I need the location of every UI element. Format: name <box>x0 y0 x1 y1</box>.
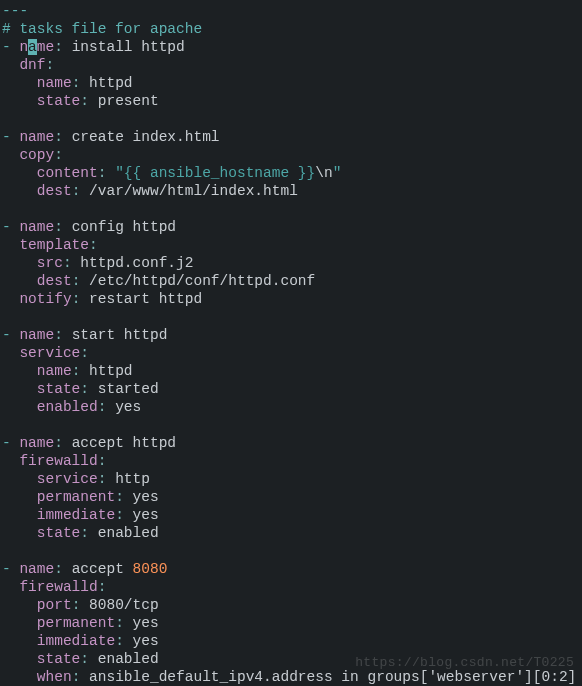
key-name: name <box>19 39 54 55</box>
key-module: firewalld <box>19 579 97 595</box>
colon: : <box>54 39 63 55</box>
task-name: create index.html <box>72 129 220 145</box>
dash-icon: - <box>2 219 11 235</box>
task-name: accept httpd <box>72 435 176 451</box>
key-module: firewalld <box>19 453 97 469</box>
key-module: copy <box>19 147 54 163</box>
key-param: immediate <box>37 633 115 649</box>
dash-icon: - <box>2 561 11 577</box>
key-param: service <box>37 471 98 487</box>
string-close: " <box>333 165 342 181</box>
key-name: name <box>19 435 54 451</box>
key-param: name <box>37 75 72 91</box>
task-name: config httpd <box>72 219 176 235</box>
task-name: accept <box>72 561 133 577</box>
escape: \n <box>315 165 332 181</box>
string-open: " <box>115 165 124 181</box>
watermark-text: https://blog.csdn.net/T0225 <box>355 654 574 672</box>
key-param: src <box>37 255 63 271</box>
key-param: immediate <box>37 507 115 523</box>
key-param: dest <box>37 273 72 289</box>
dash-icon: - <box>2 327 11 343</box>
key-name: name <box>19 129 54 145</box>
key-param: state <box>37 381 81 397</box>
key-when: when <box>37 669 72 685</box>
key-param: state <box>37 93 81 109</box>
key-notify: notify <box>19 291 71 307</box>
dash-icon: - <box>2 435 11 451</box>
key-param: port <box>37 597 72 613</box>
comment-line: # tasks file for apache <box>2 21 202 37</box>
key-param: content <box>37 165 98 181</box>
key-param: permanent <box>37 615 115 631</box>
code-editor[interactable]: --- # tasks file for apache - name: inst… <box>0 0 582 686</box>
key-module: template <box>19 237 89 253</box>
task-name: install httpd <box>72 39 185 55</box>
key-name: name <box>19 327 54 343</box>
key-module: service <box>19 345 80 361</box>
key-param: state <box>37 651 81 667</box>
dash-icon: - <box>2 39 11 55</box>
key-name: name <box>19 561 54 577</box>
key-param: dest <box>37 183 72 199</box>
cursor: a <box>28 39 37 55</box>
doc-start: --- <box>2 3 28 19</box>
task-name: start httpd <box>72 327 168 343</box>
number: 8080 <box>133 561 168 577</box>
key-name: name <box>19 219 54 235</box>
key-param: permanent <box>37 489 115 505</box>
dash-icon: - <box>2 129 11 145</box>
expr: {{ ansible_hostname }} <box>124 165 315 181</box>
key-param: name <box>37 363 72 379</box>
key-module: dnf <box>19 57 45 73</box>
key-param: enabled <box>37 399 98 415</box>
key-param: state <box>37 525 81 541</box>
